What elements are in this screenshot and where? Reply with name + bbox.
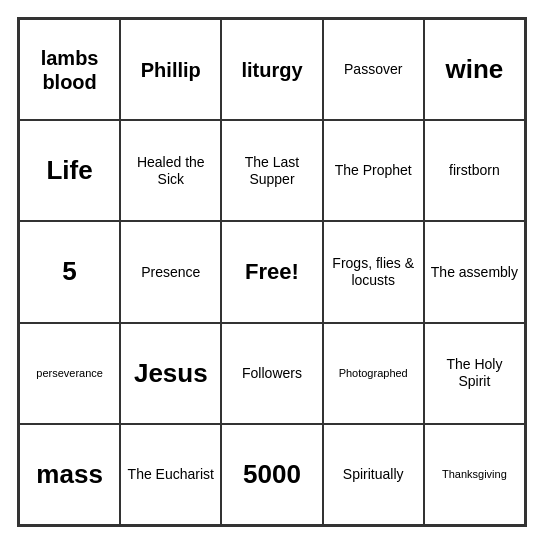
- bingo-cell-r2c3: Frogs, flies & locusts: [323, 221, 424, 322]
- bingo-cell-r0c4: wine: [424, 19, 525, 120]
- bingo-cell-r3c0: perseverance: [19, 323, 120, 424]
- bingo-cell-r2c2: Free!: [221, 221, 322, 322]
- bingo-cell-r3c2: Followers: [221, 323, 322, 424]
- bingo-cell-r0c0: lambs blood: [19, 19, 120, 120]
- bingo-cell-r1c0: Life: [19, 120, 120, 221]
- bingo-cell-r4c4: Thanksgiving: [424, 424, 525, 525]
- bingo-cell-r2c4: The assembly: [424, 221, 525, 322]
- bingo-cell-r4c3: Spiritually: [323, 424, 424, 525]
- bingo-cell-r3c1: Jesus: [120, 323, 221, 424]
- bingo-card: lambs bloodPhillipliturgyPassoverwineLif…: [17, 17, 527, 527]
- bingo-cell-r0c1: Phillip: [120, 19, 221, 120]
- bingo-cell-r2c0: 5: [19, 221, 120, 322]
- bingo-cell-r1c4: firstborn: [424, 120, 525, 221]
- bingo-cell-r4c1: The Eucharist: [120, 424, 221, 525]
- bingo-cell-r3c3: Photographed: [323, 323, 424, 424]
- bingo-cell-r1c1: Healed the Sick: [120, 120, 221, 221]
- bingo-cell-r1c3: The Prophet: [323, 120, 424, 221]
- bingo-cell-r4c0: mass: [19, 424, 120, 525]
- bingo-cell-r4c2: 5000: [221, 424, 322, 525]
- bingo-cell-r0c3: Passover: [323, 19, 424, 120]
- bingo-cell-r2c1: Presence: [120, 221, 221, 322]
- bingo-cell-r1c2: The Last Supper: [221, 120, 322, 221]
- bingo-cell-r0c2: liturgy: [221, 19, 322, 120]
- bingo-cell-r3c4: The Holy Spirit: [424, 323, 525, 424]
